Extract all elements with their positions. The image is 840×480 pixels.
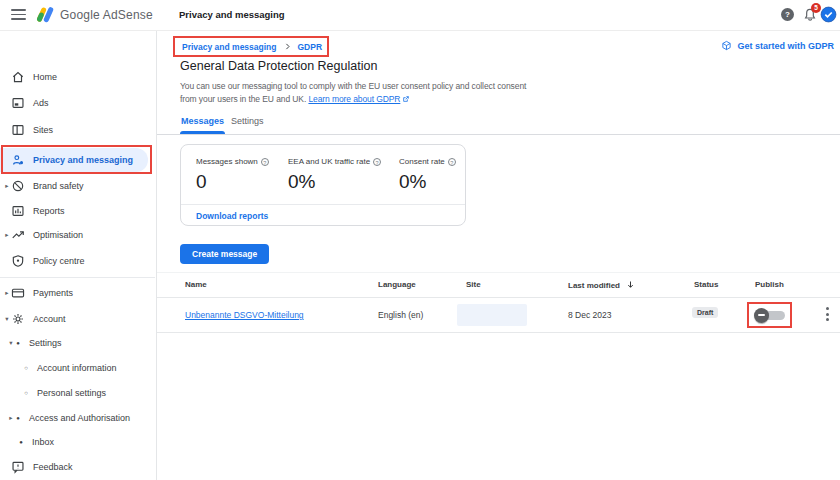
column-header-name[interactable]: Name xyxy=(185,280,207,289)
tab-messages[interactable]: Messages xyxy=(180,113,225,134)
get-started-with-gdpr-link[interactable]: Get started with GDPR xyxy=(721,40,834,51)
expand-caret-icon: ▸ xyxy=(3,182,11,190)
metric-value: 0 xyxy=(196,171,269,193)
sidebar-item-label: Inbox xyxy=(32,437,54,447)
external-link-icon xyxy=(402,95,410,103)
get-started-label: Get started with GDPR xyxy=(737,41,834,51)
breadcrumb: Privacy and messaging GDPR xyxy=(173,36,329,57)
bullet-icon: ● xyxy=(18,439,24,445)
card-icon xyxy=(11,286,25,300)
tab-bar: Messages Settings xyxy=(156,110,840,135)
sidebar-item-label: Reports xyxy=(33,206,65,216)
column-header-last-modified[interactable]: Last modified xyxy=(568,280,635,290)
metric-consent-rate: Consent rate? 0% xyxy=(399,157,456,193)
stats-card: Messages shown? 0 EEA and UK traffic rat… xyxy=(180,144,466,226)
gear-icon xyxy=(11,312,25,326)
sidebar-item-brand-safety[interactable]: ▸ Brand safety xyxy=(0,174,155,198)
sidebar-item-label: Account xyxy=(33,314,66,324)
table-row: Unbenannte DSGVO-Mitteilung English (en)… xyxy=(156,298,840,333)
row-overflow-menu-icon[interactable] xyxy=(821,307,833,323)
sidebar-item-label: Settings xyxy=(29,338,62,348)
bar-chart-icon xyxy=(11,204,25,218)
metric-label: Messages shown xyxy=(196,157,258,166)
download-reports-link[interactable]: Download reports xyxy=(196,211,268,221)
sidebar-item-account[interactable]: ▾ Account xyxy=(0,307,155,331)
sidebar-item-label: Sites xyxy=(33,125,53,135)
metric-value: 0% xyxy=(399,171,456,193)
sidebar-item-label: Feedback xyxy=(33,462,73,472)
sidebar-item-personal-settings[interactable]: ○ Personal settings xyxy=(0,381,155,405)
column-header-language[interactable]: Language xyxy=(378,280,416,289)
hollow-bullet-icon: ○ xyxy=(23,390,29,396)
column-header-status[interactable]: Status xyxy=(694,280,718,289)
sidebar-item-access-and-authorisation[interactable]: ▸ ● Access and Authorisation xyxy=(0,406,155,430)
sidebar-item-label: Ads xyxy=(33,98,49,108)
tab-settings[interactable]: Settings xyxy=(230,113,265,134)
metric-value: 0% xyxy=(288,171,381,193)
metric-label: EEA and UK traffic rate xyxy=(288,157,370,166)
collapse-caret-icon: ▾ xyxy=(7,339,15,347)
trending-up-icon xyxy=(11,228,25,242)
sites-icon xyxy=(11,123,25,137)
help-icon[interactable]: ? xyxy=(781,8,794,21)
product-name: Google AdSense xyxy=(60,8,153,22)
sidebar-item-feedback[interactable]: Feedback xyxy=(0,455,155,479)
column-header-site[interactable]: Site xyxy=(466,280,481,289)
privacy-person-icon xyxy=(11,153,25,167)
sort-descending-icon xyxy=(626,280,635,289)
create-message-button[interactable]: Create message xyxy=(180,244,269,264)
sidebar-section-divider xyxy=(0,277,155,278)
help-icon[interactable]: ? xyxy=(448,158,456,166)
tab-label: Settings xyxy=(230,113,265,129)
card-divider xyxy=(181,204,465,205)
learn-more-link[interactable]: Learn more about GDPR xyxy=(308,94,400,104)
annotation-box-publish-toggle xyxy=(747,302,792,328)
sidebar-item-label: Privacy and messaging xyxy=(33,155,133,165)
block-icon xyxy=(11,179,25,193)
sidebar-item-privacy-and-messaging[interactable]: Privacy and messaging xyxy=(0,148,148,172)
toggle-dash-icon xyxy=(758,314,765,316)
app-header: Google AdSense Privacy and messaging ? 5 xyxy=(0,0,840,31)
sidebar-item-settings[interactable]: ▾ ● Settings xyxy=(0,331,155,355)
collapse-caret-icon: ▾ xyxy=(3,315,11,323)
message-language: English (en) xyxy=(378,310,423,320)
sidebar-item-label: Optimisation xyxy=(33,230,83,240)
sidebar-divider xyxy=(156,0,157,480)
metric-label: Consent rate xyxy=(399,157,445,166)
sidebar-item-payments[interactable]: ▸ Payments xyxy=(0,281,155,305)
breadcrumb-parent-link[interactable]: Privacy and messaging xyxy=(182,42,277,52)
home-icon xyxy=(11,70,25,84)
menu-icon[interactable] xyxy=(11,9,26,21)
help-icon[interactable]: ? xyxy=(261,158,269,166)
message-name-link[interactable]: Unbenannte DSGVO-Mitteilung xyxy=(185,310,304,320)
deployed-code-icon xyxy=(721,40,732,51)
messages-table: Name Language Site Last modified Status … xyxy=(156,272,840,333)
header-page-title: Privacy and messaging xyxy=(179,9,285,20)
column-header-publish[interactable]: Publish xyxy=(755,280,784,289)
breadcrumb-current[interactable]: GDPR xyxy=(298,42,323,52)
sidebar-item-ads[interactable]: Ads xyxy=(0,91,155,115)
sidebar-item-label: Brand safety xyxy=(33,181,84,191)
sidebar-item-inbox[interactable]: ● Inbox xyxy=(0,430,155,454)
chevron-right-icon xyxy=(283,42,292,51)
sidebar-item-sites[interactable]: Sites xyxy=(0,118,155,142)
sidebar-item-label: Account information xyxy=(37,363,117,373)
help-icon[interactable]: ? xyxy=(373,158,381,166)
sidebar-item-account-information[interactable]: ○ Account information xyxy=(0,356,155,380)
metric-messages-shown: Messages shown? 0 xyxy=(196,157,269,193)
account-avatar[interactable] xyxy=(820,6,837,23)
sidebar-item-policy-centre[interactable]: Policy centre xyxy=(0,249,155,273)
sidebar-item-home[interactable]: Home xyxy=(0,65,155,89)
column-header-label: Last modified xyxy=(568,281,620,290)
publish-toggle[interactable] xyxy=(754,307,785,323)
expand-caret-icon: ▸ xyxy=(7,414,15,422)
bullet-icon: ● xyxy=(15,340,21,346)
tab-label: Messages xyxy=(180,113,225,129)
sidebar-item-label: Personal settings xyxy=(37,388,106,398)
sidebar-item-reports[interactable]: Reports xyxy=(0,199,155,223)
expand-caret-icon: ▸ xyxy=(3,289,11,297)
sidebar-item-optimisation[interactable]: ▸ Optimisation xyxy=(0,223,155,247)
shield-icon xyxy=(11,254,25,268)
expand-caret-icon: ▸ xyxy=(3,231,11,239)
page-description: You can use our messaging tool to comply… xyxy=(180,80,526,105)
